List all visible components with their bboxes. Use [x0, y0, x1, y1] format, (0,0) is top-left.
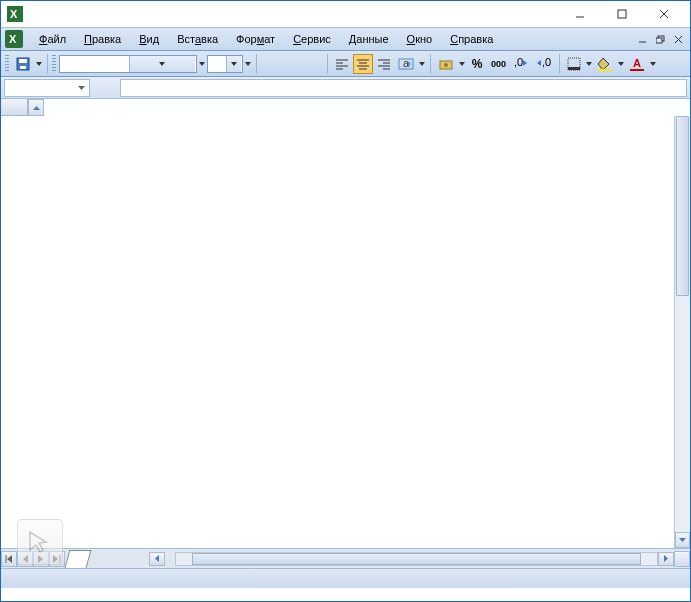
align-right-button[interactable] [374, 54, 394, 74]
toolbar-grip-2[interactable] [52, 55, 56, 73]
borders-button[interactable] [564, 54, 584, 74]
menubar: X Файл Правка Вид Вставка Формат Сервис … [1, 27, 690, 51]
svg-rect-3 [618, 10, 626, 18]
italic-button[interactable] [282, 54, 302, 74]
minimize-button[interactable] [560, 3, 600, 25]
svg-marker-51 [650, 62, 656, 66]
svg-marker-17 [159, 62, 165, 66]
svg-rect-50 [630, 69, 644, 71]
maximize-button[interactable] [602, 3, 642, 25]
cells-area[interactable] [28, 116, 674, 548]
scroll-down-button[interactable] [675, 532, 690, 548]
merge-dropdown[interactable] [418, 62, 426, 66]
tab-prev-button[interactable] [17, 551, 33, 567]
select-all-corner[interactable] [1, 99, 28, 116]
svg-marker-53 [33, 106, 40, 110]
menu-help[interactable]: Справка [442, 30, 501, 48]
excel-icon: X [7, 6, 23, 22]
horizontal-scrollbar[interactable] [175, 552, 658, 566]
hscroll-thumb[interactable] [192, 553, 641, 565]
svg-marker-58 [38, 555, 43, 563]
doc-restore-button[interactable] [652, 32, 668, 46]
currency-button[interactable] [435, 54, 457, 74]
svg-marker-57 [23, 555, 28, 563]
svg-marker-19 [231, 62, 237, 66]
scroll-up-button[interactable] [28, 99, 44, 116]
vscroll-thumb[interactable] [676, 116, 689, 296]
font-color-dropdown[interactable] [649, 62, 657, 66]
font-more[interactable] [198, 62, 206, 66]
svg-marker-20 [245, 62, 251, 66]
svg-text:,0: ,0 [514, 58, 523, 68]
column-headers [1, 99, 690, 116]
formula-bar [1, 77, 690, 99]
doc-close-button[interactable] [670, 32, 686, 46]
fill-dropdown[interactable] [617, 62, 625, 66]
svg-text:X: X [10, 8, 18, 20]
sheet-tab-active[interactable] [65, 550, 92, 568]
svg-marker-46 [586, 62, 592, 66]
tab-next-button[interactable] [33, 551, 49, 567]
tab-first-button[interactable] [1, 551, 17, 567]
scroll-left-button[interactable] [149, 552, 165, 566]
chevron-down-icon[interactable] [226, 56, 242, 72]
svg-rect-10 [656, 38, 662, 43]
svg-marker-55 [7, 555, 12, 563]
menu-edit[interactable]: Правка [76, 30, 129, 48]
svg-marker-62 [664, 555, 668, 562]
svg-rect-15 [20, 66, 26, 69]
scroll-right-button[interactable] [658, 552, 674, 566]
underline-button[interactable] [303, 54, 323, 74]
status-bar [1, 568, 690, 588]
align-left-button[interactable] [332, 54, 352, 74]
merge-cells-button[interactable]: a [395, 54, 417, 74]
menu-data[interactable]: Данные [341, 30, 397, 48]
name-box[interactable] [4, 79, 90, 97]
save-button[interactable] [12, 54, 34, 74]
save-dropdown[interactable] [35, 62, 43, 66]
vscroll-track[interactable] [675, 116, 690, 532]
svg-marker-18 [199, 62, 205, 66]
currency-dropdown[interactable] [458, 62, 466, 66]
percent-button[interactable]: % [467, 54, 487, 74]
svg-marker-41 [523, 60, 527, 66]
menu-window[interactable]: Окно [399, 30, 441, 48]
close-button[interactable] [644, 3, 684, 25]
doc-minimize-button[interactable] [634, 32, 650, 46]
menu-insert[interactable]: Вставка [169, 30, 226, 48]
borders-dropdown[interactable] [585, 62, 593, 66]
size-more[interactable] [244, 62, 252, 66]
window-controls [560, 3, 684, 25]
tab-last-button[interactable] [49, 551, 65, 567]
sheet-tab-bar [1, 548, 690, 568]
row-headers [1, 116, 28, 548]
chevron-down-icon[interactable] [129, 56, 196, 72]
svg-point-38 [444, 63, 448, 67]
bold-button[interactable] [261, 54, 281, 74]
decrease-decimal-button[interactable]: ,0 [533, 54, 555, 74]
svg-text:,0: ,0 [542, 58, 551, 68]
align-center-button[interactable] [353, 54, 373, 74]
formula-input[interactable] [120, 79, 687, 97]
menu-service[interactable]: Сервис [285, 30, 339, 48]
increase-decimal-button[interactable]: ,0 [510, 54, 532, 74]
svg-marker-59 [53, 555, 58, 563]
menu-view[interactable]: Вид [131, 30, 167, 48]
font-selector[interactable] [59, 55, 197, 73]
svg-rect-47 [598, 69, 612, 71]
font-color-button[interactable]: A [626, 54, 648, 74]
thousands-button[interactable]: 000 [488, 54, 509, 74]
excel-small-icon: X [5, 30, 23, 48]
menu-format[interactable]: Формат [228, 30, 283, 48]
menu-file[interactable]: Файл [31, 30, 74, 48]
svg-marker-52 [78, 86, 85, 90]
fill-color-button[interactable] [594, 54, 616, 74]
svg-marker-35 [408, 61, 411, 67]
svg-marker-36 [419, 62, 425, 66]
vertical-scrollbar[interactable] [674, 116, 690, 548]
titlebar: X [1, 1, 690, 27]
svg-marker-43 [537, 60, 541, 66]
font-size-selector[interactable] [207, 55, 243, 73]
resize-grip[interactable] [674, 551, 690, 567]
toolbar-grip[interactable] [5, 55, 9, 73]
